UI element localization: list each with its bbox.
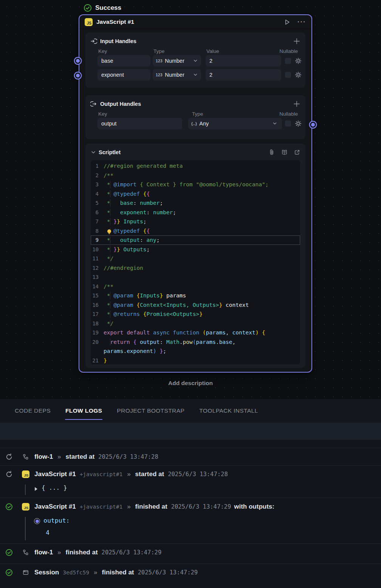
log-row[interactable]: Session 3ed5fc59 » finished at 2025/6/3 …: [0, 563, 381, 588]
collapse-triangle-icon[interactable]: [35, 487, 37, 491]
log-timestamp: 2025/6/3 13:47:29: [102, 549, 162, 556]
log-title: JavaScript #1: [34, 503, 76, 511]
code-line[interactable]: 15 * @param {Inputs} params: [91, 291, 300, 300]
code-line[interactable]: 17 * @returns {Promise<Outputs>}: [91, 309, 300, 319]
tab-flow-logs[interactable]: FLOW LOGS: [65, 407, 102, 414]
chevron-down-icon: [272, 121, 277, 126]
output-handle-icon: [90, 101, 97, 107]
code-line[interactable]: 10 * }} Outputs;: [91, 245, 300, 254]
code-line[interactable]: 5 * base: number;: [91, 198, 300, 208]
type-select[interactable]: 123 Number: [153, 69, 201, 80]
nullable-checkbox[interactable]: [285, 121, 291, 127]
column-label-value: Value: [206, 48, 219, 54]
scriptlet-panel: Scriptlet 1//#region generate: [85, 144, 305, 368]
play-icon: [283, 19, 291, 26]
chevron-down-icon[interactable]: [90, 149, 96, 155]
tab-toolpack-install[interactable]: TOOLPACK INSTALL: [199, 407, 258, 414]
flow-canvas[interactable]: Success JS JavaScript #1 ··· Inpu: [0, 0, 381, 399]
code-line[interactable]: 4 * @typedef {{: [91, 189, 300, 199]
code-line[interactable]: 7 * }} Inputs;: [91, 217, 300, 226]
log-row[interactable]: JS JavaScript #1 +javascript#1 » finishe…: [0, 498, 381, 543]
code-line[interactable]: 14/**: [91, 282, 300, 291]
log-tag: +javascript#1: [80, 471, 123, 477]
code-line[interactable]: 6 * exponent: number;: [91, 208, 300, 217]
paperclip-icon[interactable]: [268, 149, 275, 156]
ellipsis-icon: ···: [297, 18, 306, 25]
key-input[interactable]: output: [98, 118, 182, 129]
code-line[interactable]: 21}: [91, 356, 300, 365]
spinner-icon: [5, 470, 13, 478]
output-value: 4: [46, 529, 50, 536]
tab-code-deps[interactable]: CODE DEPS: [15, 407, 51, 414]
session-icon: [22, 569, 29, 576]
code-line[interactable]: 13: [91, 272, 300, 282]
collapsed-json[interactable]: { ... }: [42, 484, 67, 491]
nullable-checkbox[interactable]: [285, 58, 291, 64]
log-timestamp: 2025/6/3 13:47:28: [98, 453, 158, 460]
output-port-output[interactable]: [310, 122, 316, 128]
line-number: 20: [91, 337, 104, 347]
external-link-icon[interactable]: [294, 149, 300, 156]
value-input[interactable]: 2: [206, 55, 281, 67]
key-input[interactable]: exponent: [98, 69, 150, 80]
code-line[interactable]: 2/**: [91, 171, 300, 180]
log-timestamp: 2025/6/3 13:47:28: [168, 471, 228, 478]
javascript-node[interactable]: JS JavaScript #1 ··· Input Handles: [79, 14, 312, 373]
line-number: 13: [91, 272, 104, 282]
line-number: 16: [91, 300, 104, 310]
line-number: 9: [91, 235, 104, 245]
handle-settings-button[interactable]: [294, 120, 302, 129]
handle-settings-button[interactable]: [294, 71, 302, 80]
code-line[interactable]: 20 return { output: Math.pow(params.base…: [91, 337, 300, 347]
value-input[interactable]: 2: [206, 69, 281, 80]
line-number: 3: [91, 180, 104, 189]
log-row[interactable]: flow-1 » started at 2025/6/3 13:47:28: [0, 448, 381, 465]
code-line[interactable]: params.exponent) };: [91, 347, 300, 356]
log-action: finished at: [135, 503, 167, 511]
line-number: 8: [91, 226, 104, 236]
line-number: 5: [91, 198, 104, 208]
code-line[interactable]: 19export default async function (params,…: [91, 328, 300, 337]
check-circle-icon: [5, 549, 13, 556]
code-line[interactable]: 18 */: [91, 319, 300, 328]
type-select[interactable]: 123 Number: [153, 55, 201, 67]
nullable-checkbox[interactable]: [285, 72, 291, 78]
tab-project-bootstrap[interactable]: PROJECT BOOTSTRAP: [117, 407, 184, 414]
code-line[interactable]: 12//#endregion: [91, 263, 300, 273]
code-line[interactable]: 16 * @param {Context<Inputs, Outputs>} c…: [91, 300, 300, 310]
node-header[interactable]: JS JavaScript #1 ···: [79, 15, 311, 29]
code-line[interactable]: 11 */: [91, 254, 300, 263]
type-select[interactable]: {..} Any: [188, 118, 282, 129]
add-output-handle-button[interactable]: [293, 100, 300, 108]
check-circle-icon: [84, 4, 92, 12]
column-label-type: Type: [192, 111, 203, 117]
code-line[interactable]: 8 @typedef {{: [91, 226, 300, 236]
add-description-button[interactable]: Add description: [0, 380, 381, 387]
code-line[interactable]: 3 * @import { Context } from "@oomol/typ…: [91, 180, 300, 189]
check-circle-icon: [5, 549, 13, 556]
line-number: 4: [91, 189, 104, 199]
book-icon[interactable]: [281, 149, 288, 156]
status-label: Success: [95, 4, 121, 12]
handle-settings-button[interactable]: [294, 57, 302, 66]
column-label-key: Key: [98, 48, 107, 54]
input-port-base[interactable]: [75, 58, 81, 64]
log-row[interactable]: flow-1 » finished at 2025/6/3 13:47:29: [0, 543, 381, 563]
input-handles-panel: Input Handles KeyTypeValueNullable base …: [85, 32, 305, 88]
key-input[interactable]: base: [98, 55, 150, 67]
code-editor[interactable]: 1//#region generated meta2/**3 * @import…: [91, 160, 300, 364]
spinner-icon: [5, 453, 13, 461]
log-title: flow-1: [34, 549, 53, 556]
input-port-exponent[interactable]: [75, 73, 81, 79]
javascript-icon: JS: [22, 470, 29, 478]
run-node-button[interactable]: [283, 19, 291, 26]
logs-toolbar: [0, 422, 381, 440]
lightbulb-icon: [107, 229, 112, 235]
code-line[interactable]: 9 * output: any;: [91, 235, 300, 245]
node-menu-button[interactable]: ···: [297, 18, 306, 26]
line-number: 21: [91, 356, 104, 365]
add-input-handle-button[interactable]: [293, 37, 300, 45]
log-row[interactable]: JS JavaScript #1 +javascript#1 » started…: [0, 465, 381, 498]
log-action: finished at: [66, 549, 98, 556]
code-line[interactable]: 1//#region generated meta: [91, 161, 300, 171]
